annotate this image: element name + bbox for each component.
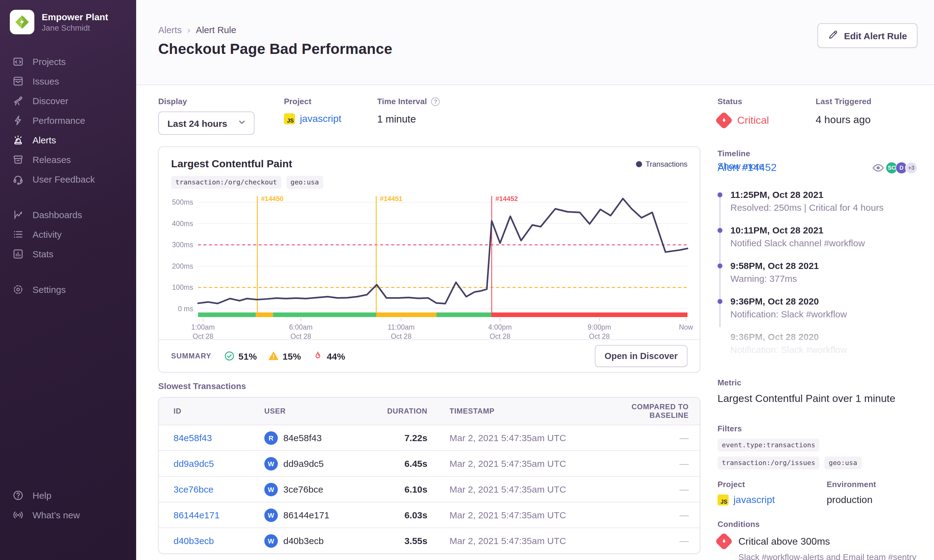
last-triggered-section: Last Triggered 4 hours ago	[816, 97, 871, 127]
sidebar-item-stats[interactable]: Stats	[0, 244, 136, 263]
transaction-id-link[interactable]: 86144e171	[174, 510, 264, 520]
filters-label: Filters	[718, 424, 917, 433]
last-triggered-value: 4 hours ago	[816, 114, 871, 126]
svg-text:6:00am: 6:00am	[289, 323, 313, 331]
svg-text:4:00pm: 4:00pm	[488, 323, 512, 331]
fire-icon	[312, 351, 323, 362]
help-icon[interactable]: ?	[431, 97, 440, 106]
open-in-discover-button[interactable]: Open in Discover	[594, 345, 687, 367]
eye-icon[interactable]	[872, 162, 884, 174]
column-header[interactable]: COMPARED TO BASELINE	[615, 403, 689, 420]
sidebar-item-activity[interactable]: Activity	[0, 224, 136, 244]
baseline-cell: —	[615, 432, 689, 443]
condition-actions: Slack #workflow-alerts and Email team #s…	[718, 552, 917, 560]
display-dropdown[interactable]: Last 24 hours	[158, 112, 255, 135]
dashboards-icon	[12, 209, 24, 220]
sidebar-item-help[interactable]: Help	[0, 485, 136, 505]
member-avatar[interactable]: +3	[905, 162, 917, 174]
transaction-id-link[interactable]: 84e58f43	[174, 432, 264, 443]
timestamp-cell: Mar 2, 2021 5:47:35am UTC	[449, 484, 615, 494]
summary-stat-fire: 44%	[312, 351, 345, 362]
column-header[interactable]: ID	[174, 407, 264, 415]
user-cell: Wd40b3ecb	[264, 534, 380, 548]
svg-text:0 ms: 0 ms	[178, 305, 193, 313]
table-row: 84e58f43R84e58f437.22sMar 2, 2021 5:47:3…	[159, 425, 700, 450]
breadcrumb-alerts[interactable]: Alerts	[158, 25, 182, 35]
project-link[interactable]: javascript	[300, 113, 341, 125]
javascript-platform-icon: JS	[718, 494, 729, 505]
column-header[interactable]: USER	[264, 407, 380, 415]
duration-cell: 6.03s	[380, 510, 428, 520]
project-detail-section: Project JS javascript	[718, 480, 827, 505]
filter-tag: geo:usa	[824, 457, 861, 469]
chart-filter-tag: transaction:/org/checkout	[171, 176, 281, 189]
sidebar-item-discover[interactable]: Discover	[0, 91, 136, 110]
chart-summary-footer: SUMMARY 51%15%44% Open in Discover	[159, 339, 700, 372]
project-detail-link[interactable]: javascript	[733, 494, 775, 505]
performance-icon	[12, 114, 24, 126]
sidebar-item-projects[interactable]: Projects	[0, 51, 136, 71]
transaction-id-link[interactable]: d40b3ecb	[174, 535, 264, 546]
critical-flame-icon	[715, 111, 733, 129]
sidebar-item-settings[interactable]: Settings	[0, 279, 136, 299]
time-interval-section: Time Interval ? 1 minute	[377, 97, 440, 125]
avatar: W	[264, 508, 278, 522]
activity-icon	[12, 228, 24, 240]
time-interval-value: 1 minute	[377, 113, 440, 125]
org-switcher[interactable]: Empower Plant Jane Schmidt	[10, 10, 108, 34]
filter-chips: event.type:transactionstransaction:/org/…	[718, 439, 917, 469]
user-cell: W3ce76bce	[264, 483, 380, 496]
status-label: Status	[718, 97, 816, 106]
help-icon	[12, 489, 24, 501]
avatar: R	[264, 431, 278, 445]
sidebar-item-releases[interactable]: Releases	[0, 149, 136, 169]
metric-label: Metric	[718, 378, 895, 387]
svg-text:#14451: #14451	[380, 195, 402, 203]
svg-text:Now: Now	[679, 323, 693, 331]
sidebar-nav: ProjectsIssuesDiscoverPerformanceAlertsR…	[0, 51, 136, 315]
avatar: W	[264, 457, 278, 470]
sidebar-item-user-feedback[interactable]: User Feedback	[0, 169, 136, 189]
conditions-section: Conditions Critical above 300ms Slack #w…	[718, 520, 917, 560]
whats-new-icon	[12, 509, 24, 520]
duration-cell: 3.55s	[380, 535, 428, 546]
avatar: W	[264, 534, 278, 548]
status-value: Critical	[737, 114, 769, 126]
releases-icon	[12, 154, 24, 165]
sidebar-item-dashboards[interactable]: Dashboards	[0, 205, 136, 224]
svg-text:300ms: 300ms	[172, 241, 193, 249]
duration-cell: 6.45s	[380, 458, 428, 469]
timestamp-cell: Mar 2, 2021 5:47:35am UTC	[449, 510, 615, 520]
sidebar-item-performance[interactable]: Performance	[0, 110, 136, 130]
projects-icon	[12, 55, 24, 67]
column-header[interactable]: DURATION	[380, 407, 428, 415]
svg-text:9:00pm: 9:00pm	[588, 323, 611, 331]
sidebar-item-alerts[interactable]: Alerts	[0, 130, 136, 149]
transaction-id-link[interactable]: 3ce76bce	[174, 484, 264, 494]
conditions-label: Conditions	[718, 520, 917, 529]
display-label: Display	[158, 97, 255, 106]
timestamp-cell: Mar 2, 2021 5:47:35am UTC	[449, 432, 615, 443]
app-window: Empower Plant Jane Schmidt ProjectsIssue…	[0, 0, 934, 560]
timeline-label: Timeline	[718, 149, 750, 158]
timestamp-cell: Mar 2, 2021 5:47:35am UTC	[449, 535, 615, 546]
chart-legend[interactable]: Transactions	[636, 160, 688, 168]
table-row: 3ce76bceW3ce76bce6.10sMar 2, 2021 5:47:3…	[159, 476, 700, 502]
svg-text:100ms: 100ms	[172, 283, 193, 291]
org-user: Jane Schmidt	[42, 23, 108, 33]
metric-section: Metric Largest Contentful Paint over 1 m…	[718, 378, 895, 405]
sidebar-item-what-s-new[interactable]: What’s new	[0, 505, 136, 525]
issues-icon	[12, 75, 24, 87]
critical-flame-icon	[715, 532, 733, 550]
column-header[interactable]: TIMESTAMP	[449, 407, 615, 415]
lcp-line-chart[interactable]: 0 ms100ms200ms300ms400ms500ms#14450#1445…	[171, 195, 689, 341]
display-section: Display Last 24 hours	[158, 97, 255, 135]
timeline-dot-icon	[718, 228, 722, 233]
svg-text:#14452: #14452	[496, 195, 518, 203]
transaction-id-link[interactable]: dd9a9dc5	[174, 458, 264, 469]
timestamp-cell: Mar 2, 2021 5:47:35am UTC	[449, 458, 615, 469]
timeline-entry: 11:25PM, Oct 28 2021Resolved: 250ms | Cr…	[718, 189, 917, 214]
show-more-link[interactable]: Show more	[718, 160, 764, 171]
avatar: W	[264, 483, 278, 496]
sidebar-item-issues[interactable]: Issues	[0, 71, 136, 91]
